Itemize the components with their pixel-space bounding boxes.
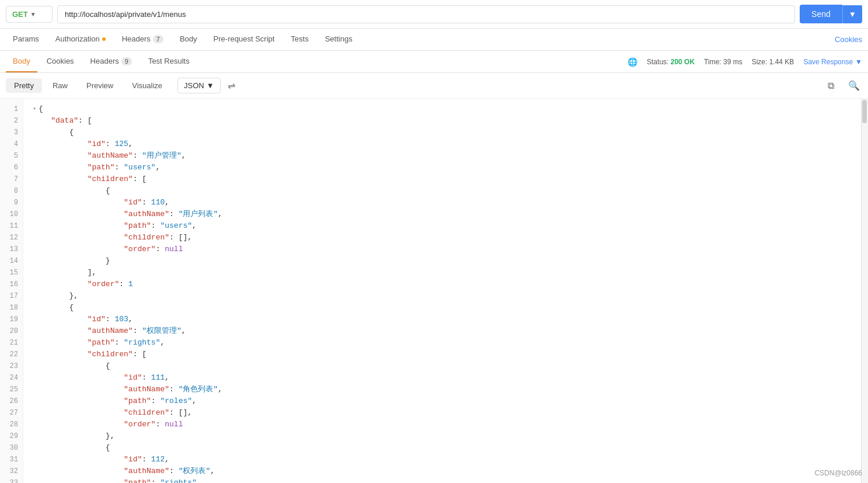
code-line-10: "authName": "用户列表", [33,209,861,220]
code-line-19: "id": 103, [33,314,861,325]
code-line-28: "order": null [33,419,861,430]
code-line-13: "order": null [33,244,861,255]
url-input[interactable] [57,5,795,23]
main-container: GET ▼ Send ▼ Params Authorization Header… [0,0,868,483]
send-button[interactable]: Send [800,5,842,23]
url-bar: GET ▼ Send ▼ [0,0,868,29]
code-line-7: "children": [ [33,173,861,185]
scrollbar-thumb[interactable] [862,100,867,123]
resp-tab-headers[interactable]: Headers 9 [83,51,139,72]
size-text: Size: 1.44 KB [752,58,794,66]
save-response-button[interactable]: Save Response ▼ [803,58,862,66]
status-ok: 200 OK [671,58,695,66]
resp-tab-cookies[interactable]: Cookies [40,51,81,72]
code-line-12: "children": [], [33,232,861,244]
code-line-20: "authName": "权限管理", [33,325,861,337]
code-line-25: "authName": "角色列表", [33,384,861,395]
send-button-group: Send ▼ [800,5,862,23]
json-format-chevron-icon: ▼ [207,81,214,90]
json-code-content[interactable]: ▾{ "data": [ { "id": 125, "authName": "用… [23,99,861,483]
resp-headers-badge: 9 [121,57,132,65]
line-numbers: 12345 678910 1112131415 1617181920 21222… [0,99,23,483]
authorization-dot-icon [102,37,106,41]
tab-authorization[interactable]: Authorization [48,29,113,50]
code-line-4: "id": 125, [33,138,861,150]
copy-icon[interactable]: ⧉ [825,78,836,93]
code-line-21: "path": "rights", [33,337,861,349]
request-tabs: Params Authorization Headers 7 Body Pre-… [0,29,868,51]
scrollbar-track[interactable] [861,99,868,483]
tab-tests[interactable]: Tests [284,29,315,50]
method-label: GET [12,10,28,19]
resp-tab-testresults[interactable]: Test Results [141,51,197,72]
save-response-chevron-icon: ▼ [855,58,862,66]
response-tabs: Body Cookies Headers 9 Test Results 🌐 St… [0,51,868,73]
code-line-18: { [33,302,861,314]
code-line-29: }, [33,430,861,442]
tab-headers[interactable]: Headers 7 [115,29,170,50]
resp-status-bar: 🌐 Status: 200 OK Time: 39 ms Size: 1.44 … [628,57,862,67]
code-line-6: "path": "users", [33,162,861,173]
code-line-30: { [33,442,861,454]
authorization-label: Authorization [55,34,100,43]
code-line-27: "children": [], [33,407,861,419]
code-line-5: "authName": "用户管理", [33,150,861,162]
watermark: CSDN@lz0866 [814,469,862,477]
globe-icon: 🌐 [628,57,637,67]
time-text: Time: 39 ms [704,58,742,66]
tab-params[interactable]: Params [6,29,46,50]
view-tab-visualize[interactable]: Visualize [124,78,170,93]
code-line-24: "id": 111, [33,372,861,384]
code-line-33: "path": "rights", [33,477,861,483]
code-line-1: ▾{ [33,103,861,115]
tab-settings[interactable]: Settings [318,29,360,50]
code-line-16: "order": 1 [33,279,861,290]
resp-tab-body[interactable]: Body [6,51,37,72]
json-format-label: JSON [184,81,204,90]
code-line-2: "data": [ [33,115,861,127]
status-text: Status: 200 OK [647,58,695,66]
method-select[interactable]: GET ▼ [6,6,53,23]
code-line-9: "id": 110, [33,197,861,209]
code-line-31: "id": 112, [33,454,861,465]
code-line-23: { [33,360,861,372]
code-line-22: "children": [ [33,349,861,360]
code-area: 12345 678910 1112131415 1617181920 21222… [0,99,868,483]
code-line-17: }, [33,290,861,302]
save-response-label: Save Response [803,58,853,66]
code-line-15: ], [33,267,861,279]
tab-body[interactable]: Body [173,29,204,50]
code-line-8: { [33,185,861,197]
tab-prerequest[interactable]: Pre-request Script [207,29,282,50]
code-line-14: } [33,255,861,267]
wrap-icon[interactable]: ⇌ [228,80,235,91]
code-line-26: "path": "roles", [33,395,861,407]
method-chevron-icon: ▼ [30,11,36,18]
code-line-32: "authName": "权列表", [33,465,861,477]
search-icon[interactable]: 🔍 [846,78,862,93]
headers-badge: 7 [153,35,163,43]
view-tabs: Pretty Raw Preview Visualize JSON ▼ ⇌ ⧉ … [0,73,868,99]
code-line-3: { [33,127,861,138]
cookies-link[interactable]: Cookies [835,35,862,44]
view-tab-pretty[interactable]: Pretty [6,78,42,93]
code-line-11: "path": "users", [33,220,861,232]
view-tab-raw[interactable]: Raw [44,78,76,93]
view-tab-preview[interactable]: Preview [78,78,121,93]
json-format-select[interactable]: JSON ▼ [177,78,221,93]
send-dropdown-button[interactable]: ▼ [842,5,862,23]
